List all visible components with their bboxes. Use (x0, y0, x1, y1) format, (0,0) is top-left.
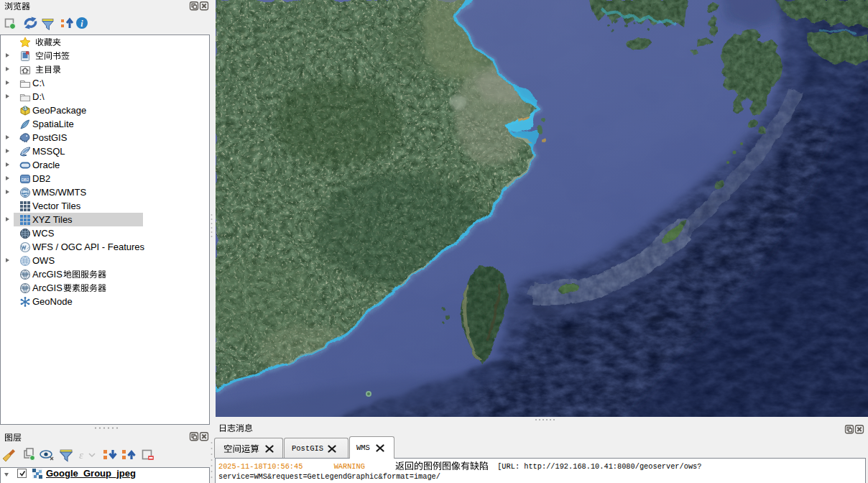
svg-text:DB2: DB2 (22, 177, 29, 181)
svg-text:ε: ε (79, 449, 83, 461)
